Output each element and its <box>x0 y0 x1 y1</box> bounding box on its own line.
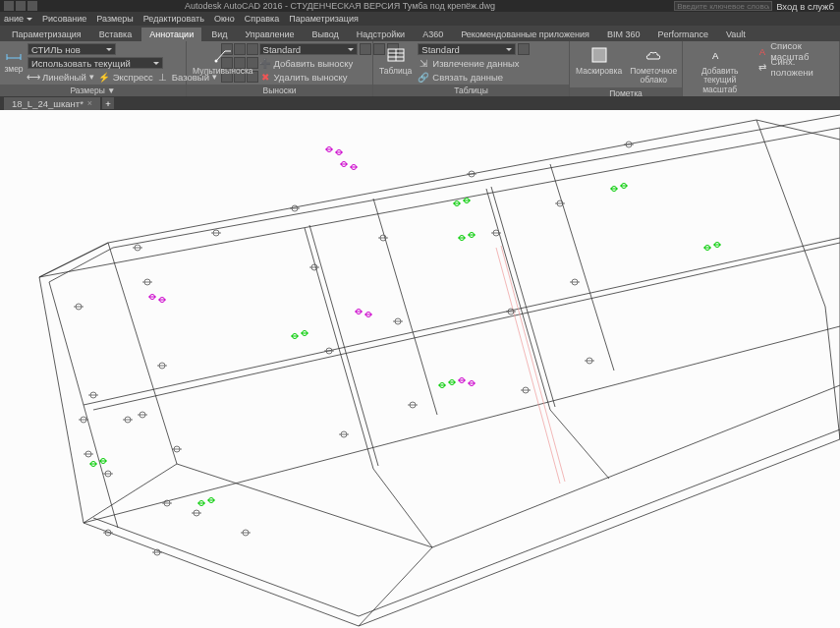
use-current-combo[interactable]: Использовать текущий <box>28 57 163 69</box>
panel-dimensions: змер СТИЛЬ нов Использовать текущий ⟷Лин… <box>0 41 187 96</box>
close-tab-icon[interactable]: × <box>87 98 92 108</box>
menubar: ание Рисование Размеры Редактировать Окн… <box>0 12 840 26</box>
tab-manage[interactable]: Управление <box>237 28 302 41</box>
ribbon: змер СТИЛЬ нов Использовать текущий ⟷Лин… <box>0 41 840 96</box>
login-link[interactable]: Вход в служб <box>776 1 834 12</box>
tab-output[interactable]: Вывод <box>305 28 347 41</box>
tab-parametrization[interactable]: Параметризация <box>4 28 89 41</box>
sync-icon: ⇄ <box>756 61 767 73</box>
menu-item[interactable]: Редактировать <box>143 14 204 24</box>
menu-item[interactable]: Рисование <box>42 14 86 24</box>
tab-vault[interactable]: Vault <box>718 28 754 41</box>
menu-dropdown[interactable]: ание <box>4 14 32 24</box>
qat-btn[interactable] <box>28 1 37 11</box>
minibtn[interactable] <box>518 43 530 55</box>
table-icon <box>386 45 406 65</box>
tab-a360[interactable]: A360 <box>415 28 451 41</box>
svg-rect-8 <box>592 48 606 62</box>
tab-annotations[interactable]: Аннотации <box>141 28 201 41</box>
linear-button[interactable]: ⟷Линейный▾ <box>28 71 94 83</box>
menu-item[interactable]: Справка <box>245 14 279 24</box>
tab-addins[interactable]: Надстройки <box>349 28 413 41</box>
leader-style-combo[interactable]: Standard <box>259 43 358 55</box>
extract-data-button[interactable]: ⇲Извлечение данных <box>418 57 530 69</box>
ribbon-tabs: Параметризация Вставка Аннотации Вид Упр… <box>0 26 840 41</box>
panel-scale: A Добавить текущий масштаб AСписок масшт… <box>683 41 840 96</box>
wipeout-icon <box>589 45 609 65</box>
add-icon: ➕ <box>259 57 271 69</box>
panel-label-tables: Таблицы <box>373 85 569 96</box>
revcloud-button[interactable]: Пометочное облако <box>628 43 679 87</box>
remove-icon: ✖ <box>259 71 271 83</box>
svg-text:A: A <box>712 50 719 61</box>
menu-item[interactable]: Параметризация <box>289 14 359 24</box>
multileader-icon <box>213 45 233 65</box>
panel-mark: Маскировка Пометочное облако Пометка <box>570 41 683 96</box>
minibtn[interactable] <box>360 43 371 55</box>
quick-access-toolbar[interactable] <box>0 0 41 12</box>
express-icon: ⚡ <box>98 71 110 83</box>
linear-icon: ⟷ <box>28 71 39 83</box>
keyword-search-input[interactable] <box>674 1 772 11</box>
extract-icon: ⇲ <box>418 57 429 69</box>
multileader-button[interactable]: Мультивыноска <box>191 43 255 78</box>
tab-performance[interactable]: Performance <box>649 28 716 41</box>
sync-positions-button[interactable]: ⇄Синх. положени <box>756 61 835 73</box>
link-data-button[interactable]: 🔗Связать данные <box>418 71 530 83</box>
table-style-combo[interactable]: Standard <box>418 43 516 55</box>
link-icon: 🔗 <box>418 71 429 83</box>
titlebar: Autodesk AutoCAD 2016 - СТУДЕНЧЕСКАЯ ВЕР… <box>0 0 840 12</box>
base-icon: ⊥ <box>157 71 169 83</box>
file-tabs: 18_L_24_шкант*× + <box>0 96 840 110</box>
tab-recommended[interactable]: Рекомендованные приложения <box>453 28 597 41</box>
panel-label-dimensions[interactable]: Размеры ▼ <box>0 85 186 96</box>
list-icon: A <box>756 45 767 57</box>
qat-btn[interactable] <box>16 1 26 11</box>
app-title: Autodesk AutoCAD 2016 - СТУДЕНЧЕСКАЯ ВЕР… <box>6 1 674 11</box>
tab-bim360[interactable]: BIM 360 <box>599 28 648 41</box>
file-tab[interactable]: 18_L_24_шкант*× <box>4 97 100 110</box>
menu-item[interactable]: Размеры <box>96 14 133 24</box>
dimension-icon[interactable] <box>4 43 24 63</box>
table-button[interactable]: Таблица <box>377 43 414 78</box>
dimension-label: змер <box>4 65 24 74</box>
drawing-canvas[interactable] <box>0 110 840 628</box>
panel-label-mark: Пометка <box>570 87 682 96</box>
svg-point-3 <box>214 60 217 63</box>
wipeout-button[interactable]: Маскировка <box>574 43 624 78</box>
add-scale-button[interactable]: A Добавить текущий масштаб <box>687 43 753 96</box>
scale-icon: A <box>710 45 730 65</box>
tab-insert[interactable]: Вставка <box>91 28 140 41</box>
add-tab-button[interactable]: + <box>102 97 114 109</box>
panel-leaders: Мультивыноска Standard ➕Добавить выноску… <box>187 41 373 96</box>
express-button[interactable]: ⚡Экспресс <box>98 71 153 83</box>
cloud-icon <box>644 45 663 65</box>
menu-item[interactable]: Окно <box>214 14 235 24</box>
panel-tables: Таблица Standard ⇲Извлечение данных 🔗Свя… <box>373 41 570 96</box>
panel-label-leaders: Выноски <box>187 85 372 96</box>
qat-btn[interactable] <box>4 1 14 11</box>
dim-style-combo[interactable]: СТИЛЬ нов <box>28 43 116 55</box>
tab-view[interactable]: Вид <box>203 28 235 41</box>
